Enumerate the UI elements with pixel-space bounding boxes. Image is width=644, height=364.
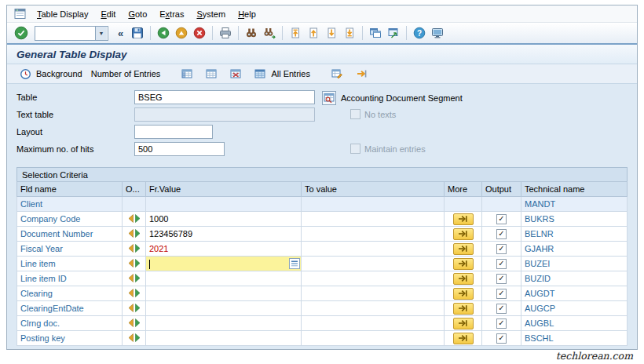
multiple-selection-button[interactable] — [453, 273, 474, 285]
to-value-cell[interactable] — [302, 257, 445, 271]
system-menu-icon[interactable] — [12, 6, 27, 22]
selection-option-icon[interactable] — [127, 288, 141, 298]
layout-input[interactable] — [134, 125, 213, 139]
find-icon[interactable] — [243, 25, 259, 41]
print-icon[interactable] — [218, 25, 233, 41]
from-value-cell[interactable]: 2021 — [146, 242, 302, 257]
output-checkbox[interactable]: ✓ — [496, 333, 507, 344]
delete-selection-button[interactable] — [224, 64, 247, 83]
shortcut-icon[interactable] — [386, 25, 401, 41]
from-value-cell[interactable] — [146, 301, 302, 316]
all-entries-button-label: All Entries — [271, 69, 310, 78]
to-value-cell[interactable] — [302, 286, 445, 301]
text-table-label: Text table — [16, 110, 134, 119]
maintain-entries-button[interactable] — [325, 64, 349, 83]
output-checkbox[interactable]: ✓ — [496, 274, 507, 284]
background-button[interactable]: Background — [13, 64, 86, 83]
multiple-selection-button[interactable] — [453, 258, 474, 270]
from-value-cell[interactable] — [146, 271, 302, 286]
multiple-selection-button[interactable] — [453, 243, 474, 255]
collapse-toolbar-icon[interactable]: « — [114, 27, 127, 39]
to-value-cell[interactable] — [302, 227, 445, 242]
selection-option-icon[interactable] — [127, 333, 141, 343]
output-checkbox[interactable]: ✓ — [496, 318, 507, 329]
from-value-cell[interactable] — [146, 316, 302, 331]
output-checkbox[interactable]: ✓ — [496, 244, 507, 254]
from-value-cell[interactable]: 1000 — [146, 212, 302, 227]
next-page-icon[interactable] — [324, 25, 339, 41]
menu-system[interactable]: System — [190, 8, 232, 20]
find-next-icon[interactable] — [262, 25, 277, 41]
output-checkbox[interactable]: ✓ — [496, 259, 507, 269]
from-value-cell[interactable] — [146, 286, 302, 301]
save-icon[interactable] — [130, 25, 145, 41]
selection-header-row: Fld nameO...Fr.ValueTo valueMoreOutputTe… — [17, 182, 628, 197]
multiple-selection-button[interactable] — [453, 213, 474, 225]
multiple-selection-button[interactable] — [453, 228, 474, 240]
select-all-button[interactable] — [175, 64, 199, 83]
last-page-icon[interactable] — [342, 25, 357, 41]
menu-help[interactable]: Help — [232, 8, 262, 20]
selection-option-icon[interactable] — [127, 243, 141, 253]
operator-cell — [123, 331, 146, 346]
more-cell — [445, 316, 482, 331]
value-help-icon[interactable] — [289, 258, 300, 269]
selection-option-icon[interactable] — [127, 273, 141, 283]
selection-option-icon[interactable] — [127, 213, 141, 224]
back-icon[interactable] — [156, 25, 171, 41]
field-name: ClearingEntDate — [17, 301, 123, 316]
to-value-cell[interactable] — [302, 331, 445, 346]
table-input[interactable]: BSEG — [134, 90, 315, 104]
form-row-maximum-no-of-hits: Maximum no. of hits500Maintain entries — [16, 140, 628, 158]
from-value-cell[interactable] — [146, 331, 302, 346]
all-entries-icon — [252, 66, 268, 82]
all-entries-button[interactable]: All Entries — [248, 64, 314, 83]
first-page-icon[interactable] — [287, 25, 303, 41]
selection-option-icon[interactable] — [127, 228, 141, 238]
enter-button[interactable] — [13, 25, 29, 41]
selection-row-client: ClientMANDT — [17, 197, 628, 212]
multiple-selection-button[interactable] — [453, 303, 474, 315]
multiple-selection-button[interactable] — [453, 333, 474, 344]
menu-table-display[interactable]: Table Display — [31, 8, 94, 20]
text-cursor — [149, 260, 150, 269]
menu-edit[interactable]: Edit — [94, 8, 122, 20]
command-dropdown-icon[interactable]: ▼ — [95, 27, 107, 40]
to-value-cell[interactable] — [302, 301, 445, 316]
command-input[interactable] — [35, 27, 95, 39]
output-cell: ✓ — [482, 286, 521, 301]
selection-row-line-item: Line item✓BUZEI — [17, 257, 628, 271]
number-of-entries-button-label: Number of Entries — [91, 69, 161, 78]
column-header-o: O... — [123, 182, 146, 197]
maximum-no-of-hits-input[interactable]: 500 — [134, 142, 225, 156]
deselect-all-button[interactable] — [199, 64, 223, 83]
multiple-selection-button[interactable] — [453, 318, 474, 329]
new-session-icon[interactable] — [368, 25, 383, 41]
cancel-icon[interactable] — [192, 25, 207, 41]
technical-name: BSCHL — [521, 331, 628, 346]
output-checkbox[interactable]: ✓ — [496, 304, 507, 314]
menu-goto[interactable]: Goto — [122, 8, 153, 20]
selection-option-icon[interactable] — [127, 258, 141, 268]
from-value-cell[interactable]: 123456789 — [146, 227, 302, 242]
to-value-cell[interactable] — [302, 242, 445, 257]
exit-icon[interactable] — [174, 25, 189, 41]
customize-layout-icon[interactable] — [430, 25, 445, 41]
multiple-selection-button[interactable] — [453, 288, 474, 300]
help-icon[interactable]: ? — [412, 25, 427, 41]
menu-extras[interactable]: Extras — [153, 8, 190, 20]
previous-page-icon[interactable] — [306, 25, 321, 41]
output-checkbox[interactable]: ✓ — [496, 229, 507, 239]
number-of-entries-button[interactable]: Number of Entries — [87, 67, 165, 80]
output-checkbox[interactable]: ✓ — [496, 214, 507, 224]
selection-option-icon[interactable] — [127, 318, 141, 328]
to-value-cell[interactable] — [302, 316, 445, 331]
table-documentation-icon[interactable] — [321, 90, 337, 106]
selection-option-icon[interactable] — [127, 303, 141, 313]
to-value-cell[interactable] — [302, 271, 445, 286]
from-value-cell[interactable] — [146, 257, 302, 271]
output-checkbox[interactable]: ✓ — [496, 289, 507, 299]
to-value-cell[interactable] — [302, 212, 445, 227]
forward-button[interactable] — [349, 64, 373, 83]
operator-cell — [123, 227, 146, 242]
